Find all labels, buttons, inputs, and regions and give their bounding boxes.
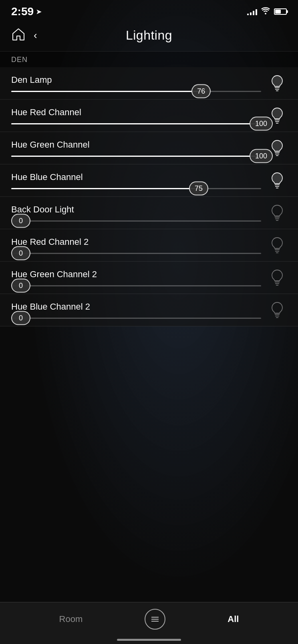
slider-track[interactable]: 0 [11,253,261,254]
light-row: Hue Red Channel 100 [0,100,298,132]
light-name: Den Lamp [11,75,261,85]
light-content: Hue Green Channel 2 0 [11,269,261,286]
battery-icon [274,8,287,15]
status-icons [247,7,287,16]
slider-container: 0 [11,285,261,286]
slider-container: 100 [11,156,261,157]
slider-track[interactable]: 0 [11,318,261,319]
slider-fill [11,91,201,92]
slider-track[interactable]: 76 [11,91,261,92]
light-name: Hue Blue Channel [11,172,261,182]
light-name: Hue Red Channel 2 [11,237,261,247]
light-content: Hue Red Channel 100 [11,107,261,124]
page-title: Lighting [126,28,172,43]
light-row: Hue Blue Channel 2 0 [0,294,298,326]
light-row: Back Door Light 0 [0,197,298,229]
bulb-icon[interactable] [268,172,287,189]
light-content: Den Lamp 76 [11,75,261,92]
wifi-icon [261,7,270,16]
light-name: Hue Red Channel [11,107,261,118]
slider-fill [11,188,199,189]
light-name: Hue Blue Channel 2 [11,302,261,312]
status-time: 2:59 ➤ [11,5,41,18]
slider-thumb[interactable]: 0 [11,246,30,260]
lights-list: Den Lamp 76 Hue Red Channel [0,67,298,326]
slider-container: 0 [11,253,261,254]
bottom-navigation: Room All [0,602,298,644]
light-content: Hue Red Channel 2 0 [11,237,261,254]
nav-room[interactable]: Room [51,612,91,626]
slider-fill [11,123,261,124]
slider-container: 100 [11,123,261,124]
bulb-icon[interactable] [268,236,287,254]
slider-container: 75 [11,188,261,189]
bulb-icon[interactable] [268,74,287,92]
light-name: Hue Green Channel 2 [11,269,261,280]
slider-container: 0 [11,318,261,319]
home-indicator [117,639,181,641]
section-label: DEN [0,51,298,67]
slider-thumb[interactable]: 0 [11,311,30,325]
slider-track[interactable]: 100 [11,123,261,124]
slider-thumb[interactable]: 100 [250,149,273,163]
slider-thumb[interactable]: 0 [11,214,30,228]
light-row: Hue Green Channel 2 0 [0,262,298,294]
slider-thumb[interactable]: 76 [191,84,211,98]
light-name: Hue Green Channel [11,140,261,150]
slider-fill [11,156,261,157]
signal-strength-icon [247,8,257,15]
slider-thumb[interactable]: 100 [250,117,273,131]
light-row: Den Lamp 76 [0,67,298,100]
location-icon: ➤ [36,8,41,16]
bulb-icon[interactable] [268,204,287,222]
back-button[interactable]: ‹ [34,29,37,42]
light-content: Hue Blue Channel 75 [11,172,261,189]
slider-track[interactable]: 75 [11,188,261,189]
light-content: Hue Green Channel 100 [11,140,261,157]
status-bar: 2:59 ➤ [0,0,298,21]
light-content: Back Door Light 0 [11,204,261,222]
nav-menu-button[interactable] [145,609,165,630]
light-row: Hue Red Channel 2 0 [0,229,298,262]
slider-thumb[interactable]: 0 [11,279,30,293]
time-display: 2:59 [11,5,34,18]
light-name: Back Door Light [11,204,261,215]
slider-track[interactable]: 0 [11,220,261,222]
light-content: Hue Blue Channel 2 0 [11,302,261,319]
slider-track[interactable]: 100 [11,156,261,157]
slider-container: 0 [11,220,261,222]
slider-track[interactable]: 0 [11,285,261,286]
slider-thumb[interactable]: 75 [189,182,208,196]
light-row: Hue Blue Channel 75 [0,164,298,197]
home-icon[interactable] [11,27,26,43]
header: ‹ Lighting [0,21,298,51]
nav-all[interactable]: All [219,612,247,626]
bulb-icon[interactable] [268,269,287,286]
light-row: Hue Green Channel 100 [0,132,298,164]
bulb-icon[interactable] [268,301,287,319]
slider-container: 76 [11,91,261,92]
